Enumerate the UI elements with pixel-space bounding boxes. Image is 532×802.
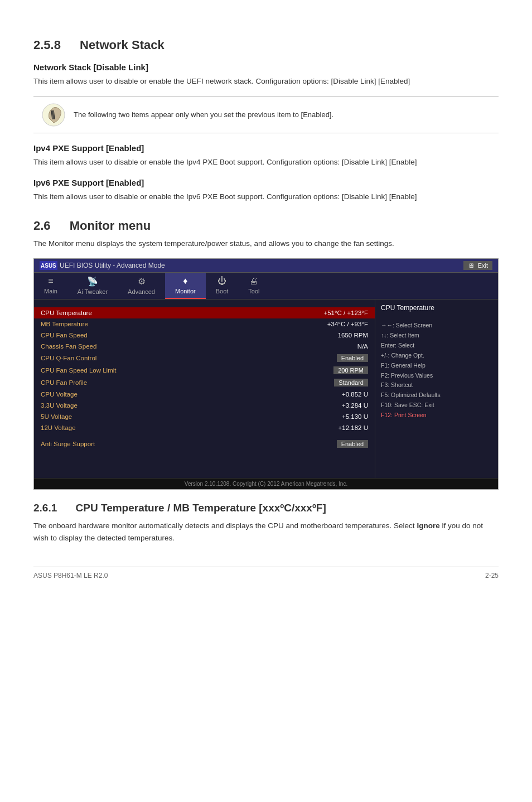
help-line-9: F12: Print Screen — [381, 410, 492, 421]
footer-left: ASUS P8H61-M LE R2.0 — [33, 572, 108, 579]
bios-right-panel: CPU Temperature →←: Select Screen ↑↓: Se… — [375, 299, 498, 478]
note-box: The following two items appear only when… — [33, 96, 499, 133]
chassis-fan-value: N/A — [357, 343, 368, 350]
bios-nav: ≡ Main 📡 Ai Tweaker ⚙ Advanced ♦ Monitor… — [34, 273, 498, 299]
qfan-value: Enabled — [337, 354, 368, 362]
bios-row-fan-profile[interactable]: CPU Fan Profile Standard — [34, 376, 375, 389]
asus-logo-icon: ASUS — [40, 261, 57, 270]
help-line-3: +/-: Change Opt. — [381, 351, 492, 361]
subsection-ipv6: Ipv6 PXE Support [Enabled] — [33, 178, 499, 187]
cpu-temp-body: The onboard hardware monitor automatical… — [33, 520, 499, 544]
advanced-icon: ⚙ — [138, 276, 146, 287]
ipv4-body: This item allows user to disable or enab… — [33, 156, 499, 168]
footer-right: 2-25 — [485, 572, 499, 579]
bios-row-cpu-temp[interactable]: CPU Temperature +51°C / +123°F — [34, 307, 375, 318]
bios-subtitle: UEFI BIOS Utility - Advanced Mode — [60, 262, 165, 269]
bios-body: CPU Temperature +51°C / +123°F MB Temper… — [34, 299, 498, 478]
bios-row-cpu-fan[interactable]: CPU Fan Speed 1650 RPM — [34, 330, 375, 341]
nav-main[interactable]: ≡ Main — [34, 273, 67, 299]
bios-row-anti-surge[interactable]: Anti Surge Support Enabled — [34, 438, 375, 450]
section-26-title: 2.6 Monitor menu — [33, 219, 499, 233]
cpu-fan-label: CPU Fan Speed — [41, 332, 88, 339]
note-text: The following two items appear only when… — [74, 110, 333, 119]
help-line-4: F1: General Help — [381, 361, 492, 371]
main-icon: ≡ — [48, 276, 53, 286]
section-261-title: 2.6.1 CPU Temperature / MB Temperature [… — [33, 502, 499, 514]
bios-help: →←: Select Screen ↑↓: Select Item Enter:… — [381, 321, 492, 420]
help-line-5: F2: Previous Values — [381, 371, 492, 381]
monitor-intro: The Monitor menu displays the system tem… — [33, 238, 499, 250]
fan-low-label: CPU Fan Speed Low Limit — [41, 367, 117, 374]
33v-label: 3.3U Voltage — [41, 402, 78, 409]
cpu-volt-label: CPU Voltage — [41, 391, 78, 398]
nav-ai-tweaker[interactable]: 📡 Ai Tweaker — [67, 273, 118, 299]
cpu-temp-value: +51°C / +123°F — [323, 310, 368, 316]
network-stack-body: This item allows user to disable or enab… — [33, 75, 499, 88]
ipv6-body: This item allows user to disable or enab… — [33, 191, 499, 203]
nav-boot[interactable]: ⏻ Boot — [206, 273, 239, 299]
boot-icon: ⏻ — [217, 276, 226, 286]
ai-tweaker-icon: 📡 — [87, 276, 98, 287]
bios-row-12v[interactable]: 12U Voltage +12.182 U — [34, 422, 375, 433]
tool-icon: 🖨 — [249, 276, 258, 286]
exit-icon: 🖥 — [468, 262, 474, 269]
anti-surge-label: Anti Surge Support — [41, 441, 95, 447]
12v-value: +12.182 U — [338, 424, 368, 431]
5v-value: +5.130 U — [342, 413, 368, 420]
nav-monitor[interactable]: ♦ Monitor — [165, 273, 206, 299]
fan-low-value: 200 RPM — [333, 366, 368, 374]
mb-temp-value: +34°C / +93°F — [327, 321, 368, 327]
cpu-fan-value: 1650 RPM — [338, 332, 368, 339]
anti-surge-value: Enabled — [337, 440, 368, 448]
mb-temp-label: MB Temperature — [41, 321, 88, 327]
help-line-1: ↑↓: Select Item — [381, 331, 492, 341]
cpu-volt-value: +0.852 U — [342, 391, 368, 398]
bios-header: ASUS UEFI BIOS Utility - Advanced Mode 🖥… — [34, 259, 498, 273]
section-261: 2.6.1 CPU Temperature / MB Temperature [… — [33, 502, 499, 544]
help-line-6: F3: Shortcut — [381, 380, 492, 390]
section-258-title: 2.5.8 Network Stack — [33, 38, 499, 52]
help-line-2: Enter: Select — [381, 341, 492, 351]
bios-row-qfan[interactable]: CPU Q-Fan Control Enabled — [34, 352, 375, 364]
fan-profile-value: Standard — [334, 379, 368, 386]
asus-logo: ASUS UEFI BIOS Utility - Advanced Mode — [40, 261, 165, 270]
nav-tool[interactable]: 🖨 Tool — [238, 273, 269, 299]
monitor-icon: ♦ — [183, 276, 187, 286]
cpu-temp-label: CPU Temperature — [41, 310, 92, 316]
bios-row-chassis-fan[interactable]: Chassis Fan Speed N/A — [34, 341, 375, 352]
bios-header-left: ASUS UEFI BIOS Utility - Advanced Mode — [40, 261, 165, 270]
subsection-ipv4: Ipv4 PXE Support [Enabled] — [33, 143, 499, 153]
note-icon — [41, 103, 66, 127]
page-footer: ASUS P8H61-M LE R2.0 2-25 — [33, 567, 499, 579]
subsection-network-stack: Network Stack [Disable Link] — [33, 62, 499, 72]
12v-label: 12U Voltage — [41, 424, 76, 431]
33v-value: +3.284 U — [342, 402, 368, 409]
bios-row-cpu-volt[interactable]: CPU Voltage +0.852 U — [34, 389, 375, 400]
help-line-8: F10: Save ESC: Exit — [381, 400, 492, 410]
bios-row-mb-temp[interactable]: MB Temperature +34°C / +93°F — [34, 318, 375, 330]
bios-row-5v[interactable]: 5U Voltage +5.130 U — [34, 411, 375, 422]
help-line-7: F5: Optimized Defaults — [381, 390, 492, 400]
5v-label: 5U Voltage — [41, 413, 72, 420]
bios-left-panel: CPU Temperature +51°C / +123°F MB Temper… — [34, 299, 375, 478]
chassis-fan-label: Chassis Fan Speed — [41, 343, 96, 350]
qfan-label: CPU Q-Fan Control — [41, 355, 96, 361]
bios-exit-label[interactable]: 🖥 Exit — [463, 261, 492, 270]
bios-footer: Version 2.10.1208. Copyright (C) 2012 Am… — [34, 478, 498, 489]
section-258: 2.5.8 Network Stack Network Stack [Disab… — [33, 38, 499, 203]
svg-text:ASUS: ASUS — [41, 263, 56, 269]
fan-profile-label: CPU Fan Profile — [41, 379, 87, 386]
help-line-0: →←: Select Screen — [381, 321, 492, 331]
bios-screenshot: ASUS UEFI BIOS Utility - Advanced Mode 🖥… — [33, 258, 499, 490]
bios-row-fan-low[interactable]: CPU Fan Speed Low Limit 200 RPM — [34, 364, 375, 376]
section-26: 2.6 Monitor menu The Monitor menu displa… — [33, 219, 499, 490]
nav-advanced[interactable]: ⚙ Advanced — [118, 273, 165, 299]
bios-row-33v[interactable]: 3.3U Voltage +3.284 U — [34, 400, 375, 411]
bios-right-title: CPU Temperature — [381, 304, 492, 312]
